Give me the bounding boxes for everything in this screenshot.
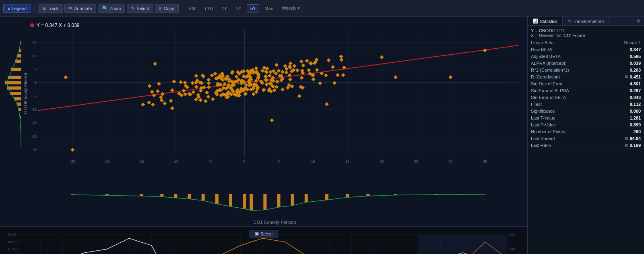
legend-button[interactable]: ≡ Legend — [3, 4, 31, 13]
stat-label: Last T-Value — [531, 116, 555, 120]
stat-value: 0.000 — [630, 109, 641, 114]
stat-row: Adjusted BETA 0.565 — [528, 53, 644, 60]
tab-statistics[interactable]: 📊 Statistics — [528, 17, 563, 25]
stat-row: Last Ratio 0.169 — [528, 142, 644, 149]
stats-subtitle: Linear Beta Range 1 — [528, 39, 644, 46]
timeframe-2y[interactable]: 2Y — [232, 4, 245, 12]
y-hist-spacer — [0, 194, 22, 226]
scatter-area: Y = 0.347 X + 0.039 — [0, 17, 527, 194]
stat-label: Std Error of BETA — [531, 95, 566, 100]
left-panel: Y = 0.347 X + 0.039 CO1 Comdty-Percent ▣… — [0, 17, 527, 254]
legend-icon: ≡ — [8, 6, 10, 11]
separator-1 — [34, 4, 35, 13]
copy-icon: ⎘ — [159, 6, 162, 11]
select-icon: ▣ — [255, 231, 259, 236]
stat-label: Std Error of ALPHA — [531, 88, 569, 93]
linear-beta-label: Linear Beta — [531, 40, 553, 45]
cursor-icon: ↖ — [131, 6, 135, 11]
stat-row: Std Dev of Error 4.301 — [528, 81, 644, 87]
stat-value: 0.565 — [630, 54, 641, 59]
regression-equation: Y = 0.347 X + 0.039 — [30, 23, 80, 28]
x-axis-label: CO1 Comdty-Percent — [254, 220, 296, 225]
stat-label: Raw BETA — [531, 47, 552, 52]
stat-value: 0.267 — [630, 88, 641, 93]
stat-value: 0.039 — [630, 61, 641, 66]
stat-value: 4.301 — [630, 81, 641, 86]
range-label: Range 1 — [624, 40, 641, 45]
separator-2 — [182, 4, 182, 13]
zoom-icon: 🔍 — [102, 6, 108, 11]
x-series-label: X = Generic 1st 'CO' Future — [531, 33, 641, 38]
stat-value: 260 — [634, 129, 641, 134]
stat-value: 8.112 — [630, 102, 641, 107]
stat-label: Adjusted BETA — [531, 54, 561, 59]
transform-icon: ⟲ — [568, 19, 571, 24]
stat-value: 0.347 — [630, 47, 641, 52]
stat-value: 0.899 — [630, 122, 641, 127]
stat-row: Last Spread 64.04 — [528, 135, 644, 142]
stat-value: 0.203 — [630, 68, 641, 72]
timeframe-1y[interactable]: 1Y — [218, 4, 231, 12]
stat-row: Number of Points 260 — [528, 128, 644, 135]
timeframe-5y[interactable]: 5Y — [247, 4, 259, 12]
y-histogram — [0, 17, 22, 194]
stat-label: t-Test — [531, 102, 542, 107]
stat-label: Significance — [531, 109, 555, 114]
stat-value: 0.169 — [625, 143, 641, 148]
stat-label: R (Correlation) — [531, 74, 560, 79]
y-series-label: Y = CNOOC LTD — [531, 28, 641, 33]
zoom-button[interactable]: 🔍 Zoom — [98, 4, 125, 13]
stat-label: Number of Points — [531, 129, 565, 134]
timeframe-6m[interactable]: 6M — [186, 4, 199, 12]
stat-row: t-Test 8.112 — [528, 101, 644, 108]
stat-value: 0.451 — [625, 74, 641, 79]
tab-transformations[interactable]: ⟲ Transformations — [563, 17, 610, 25]
stat-row: R (Correlation) 0.451 — [528, 74, 644, 81]
stat-label: R^2 (Correlation^2) — [531, 68, 569, 72]
stats-panel: 📊 Statistics ⟲ Transformations ⚙ Y = CNO… — [527, 17, 644, 254]
stat-label: Last P-Value — [531, 122, 556, 127]
bar-chart-icon: 📊 — [533, 19, 538, 24]
stat-label: Std Dev of Error — [531, 81, 563, 86]
stat-value: 1.281 — [630, 116, 641, 120]
track-button[interactable]: ⊕ Track — [38, 4, 63, 13]
stats-header: Y = CNOOC LTD X = Generic 1st 'CO' Futur… — [528, 26, 644, 39]
copy-button[interactable]: ⎘ Copy — [155, 4, 179, 13]
x-histogram: CO1 Comdty-Percent — [22, 194, 527, 226]
timeseries-area: ▣ Select Weekly: 01/04/19 - 12/29/23 ■ 8… — [0, 226, 527, 254]
stat-row: Std Error of BETA 0.043 — [528, 94, 644, 101]
scatter-chart[interactable]: Y = 0.347 X + 0.039 — [22, 17, 527, 194]
stat-row: Std Error of ALPHA 0.267 — [528, 87, 644, 94]
regression-dot — [30, 23, 34, 27]
gear-button[interactable]: ⚙ — [634, 19, 644, 24]
stat-value: 0.043 — [630, 95, 641, 100]
select-button[interactable]: ▣ Select — [250, 230, 278, 237]
stats-table: Raw BETA 0.347Adjusted BETA 0.565ALPHA (… — [528, 46, 644, 254]
timeframe-ytd[interactable]: YTD — [200, 4, 217, 12]
stats-tabs: 📊 Statistics ⟲ Transformations ⚙ — [528, 17, 644, 26]
stat-row: Significance 0.000 — [528, 108, 644, 115]
stat-row: Raw BETA 0.347 — [528, 46, 644, 53]
main-layout: Y = 0.347 X + 0.039 CO1 Comdty-Percent ▣… — [0, 17, 644, 254]
x-axis-area: CO1 Comdty-Percent — [0, 194, 527, 226]
stat-row: ALPHA (Intercept) 0.039 — [528, 60, 644, 67]
stat-value: 64.04 — [625, 136, 641, 141]
timeframe-max[interactable]: Max — [261, 4, 277, 12]
cursor-button[interactable]: ↖ Select — [127, 4, 153, 13]
stat-row: R^2 (Correlation^2) 0.203 — [528, 67, 644, 74]
pencil-icon: ✏ — [69, 6, 72, 11]
stat-row: Last T-Value 1.281 — [528, 115, 644, 122]
toolbar: ≡ Legend ⊕ Track ✏ Annotate 🔍 Zoom ↖ Sel… — [0, 0, 644, 17]
stat-label: ALPHA (Intercept) — [531, 61, 567, 66]
stat-label: Last Spread — [531, 136, 555, 141]
track-icon: ⊕ — [42, 6, 46, 11]
stat-label: Last Ratio — [531, 143, 551, 148]
stat-row: Last P-Value 0.899 — [528, 122, 644, 128]
annotate-button[interactable]: ✏ Annotate — [64, 4, 96, 13]
frequency-selector[interactable]: Weekly ▾ — [278, 4, 303, 12]
